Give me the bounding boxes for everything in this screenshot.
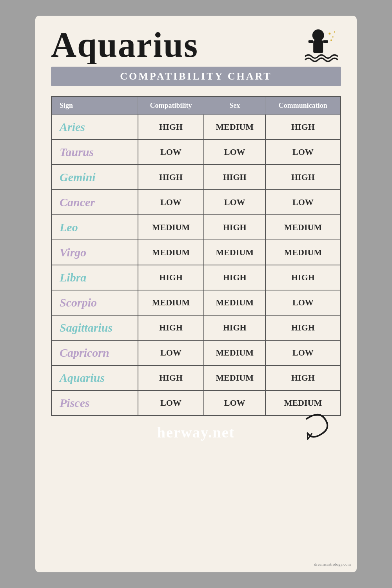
table-row: PiscesLOWLOWMEDIUM (51, 390, 341, 416)
sign-cell: Gemini (51, 165, 138, 190)
table-row: LibraHIGHHIGHHIGH (51, 265, 341, 290)
sign-cell: Virgo (51, 240, 138, 265)
sex-cell: MEDIUM (204, 115, 265, 140)
svg-rect-2 (309, 40, 314, 43)
communication-cell: LOW (265, 190, 341, 215)
page-title: Aquarius (51, 27, 198, 63)
footer-site: herway.net (157, 424, 235, 441)
communication-cell: HIGH (265, 165, 341, 190)
sex-cell: LOW (204, 140, 265, 165)
communication-cell: HIGH (265, 315, 341, 340)
sign-cell: Cancer (51, 190, 138, 215)
compatibility-cell: HIGH (138, 365, 204, 390)
watermark: dreamsastrology.com (314, 562, 351, 566)
svg-rect-1 (313, 40, 323, 53)
sign-cell: Libra (51, 265, 138, 290)
sign-name: Virgo (60, 246, 86, 259)
table-row: AquariusHIGHMEDIUMHIGH (51, 365, 341, 390)
communication-cell: HIGH (265, 365, 341, 390)
compatibility-cell: LOW (138, 340, 204, 365)
sign-cell: Aries (51, 115, 138, 140)
sign-name: Gemini (60, 171, 96, 183)
compatibility-cell: MEDIUM (138, 290, 204, 315)
table-row: LeoMEDIUMHIGHMEDIUM (51, 215, 341, 240)
header: Aquarius (51, 27, 341, 63)
sign-cell: Aquarius (51, 365, 138, 390)
compatibility-cell: HIGH (138, 115, 204, 140)
compatibility-cell: MEDIUM (138, 240, 204, 265)
sign-name: Aquarius (60, 371, 105, 384)
sex-cell: LOW (204, 390, 265, 416)
sign-name: Leo (60, 221, 78, 234)
sex-cell: MEDIUM (204, 290, 265, 315)
table-row: VirgoMEDIUMMEDIUMMEDIUM (51, 240, 341, 265)
sex-cell: HIGH (204, 215, 265, 240)
communication-cell: MEDIUM (265, 215, 341, 240)
table-row: GeminiHIGHHIGHHIGH (51, 165, 341, 190)
compatibility-cell: LOW (138, 390, 204, 416)
communication-cell: LOW (265, 140, 341, 165)
sign-name: Taurus (60, 145, 94, 158)
svg-point-4 (328, 33, 330, 34)
table-row: ScorpioMEDIUMMEDIUMLOW (51, 290, 341, 315)
sign-cell: Capricorn (51, 340, 138, 365)
sign-name: Aries (60, 120, 85, 133)
sign-cell: Sagittarius (51, 315, 138, 340)
sex-cell: MEDIUM (204, 240, 265, 265)
svg-rect-3 (323, 40, 328, 43)
col-communication: Communication (265, 96, 341, 115)
table-row: SagittariusHIGHHIGHHIGH (51, 315, 341, 340)
communication-cell: LOW (265, 340, 341, 365)
sign-cell: Pisces (51, 390, 138, 416)
sign-cell: Leo (51, 215, 138, 240)
symbol-container (302, 27, 341, 63)
svg-point-5 (332, 36, 334, 38)
compatibility-cell: LOW (138, 190, 204, 215)
table-row: AriesHIGHMEDIUMHIGH (51, 115, 341, 140)
sign-cell: Scorpio (51, 290, 138, 315)
compatibility-cell: HIGH (138, 165, 204, 190)
sign-name: Cancer (60, 196, 95, 209)
col-sex: Sex (204, 96, 265, 115)
sign-name: Scorpio (60, 296, 97, 309)
table-row: CancerLOWLOWLOW (51, 190, 341, 215)
sex-cell: LOW (204, 190, 265, 215)
sign-name: Sagittarius (60, 321, 113, 334)
communication-cell: HIGH (265, 115, 341, 140)
compatibility-cell: HIGH (138, 315, 204, 340)
sex-cell: HIGH (204, 315, 265, 340)
svg-point-0 (312, 29, 324, 41)
communication-cell: LOW (265, 290, 341, 315)
svg-point-7 (334, 31, 335, 33)
table-header-row: Sign Compatibility Sex Communication (51, 96, 341, 115)
communication-cell: MEDIUM (265, 240, 341, 265)
compatibility-cell: MEDIUM (138, 215, 204, 240)
table-row: TaurusLOWLOWLOW (51, 140, 341, 165)
col-compatibility: Compatibility (138, 96, 204, 115)
compatibility-cell: LOW (138, 140, 204, 165)
footer: herway.net (51, 424, 341, 441)
col-sign: Sign (51, 96, 138, 115)
compatibility-table: Sign Compatibility Sex Communication Ari… (51, 96, 341, 416)
sign-name: Libra (60, 271, 86, 284)
sex-cell: HIGH (204, 265, 265, 290)
sign-name: Pisces (60, 396, 90, 409)
svg-point-6 (330, 39, 332, 41)
aquarius-symbol-icon (302, 27, 341, 63)
communication-cell: HIGH (265, 265, 341, 290)
sex-cell: MEDIUM (204, 340, 265, 365)
table-row: CapricornLOWMEDIUMLOW (51, 340, 341, 365)
sex-cell: MEDIUM (204, 365, 265, 390)
sign-name: Capricorn (60, 346, 109, 359)
sign-cell: Taurus (51, 140, 138, 165)
compatibility-cell: HIGH (138, 265, 204, 290)
card: Aquarius (35, 16, 357, 572)
sex-cell: HIGH (204, 165, 265, 190)
subtitle-banner: COMPATIBILITY CHART (51, 67, 341, 86)
